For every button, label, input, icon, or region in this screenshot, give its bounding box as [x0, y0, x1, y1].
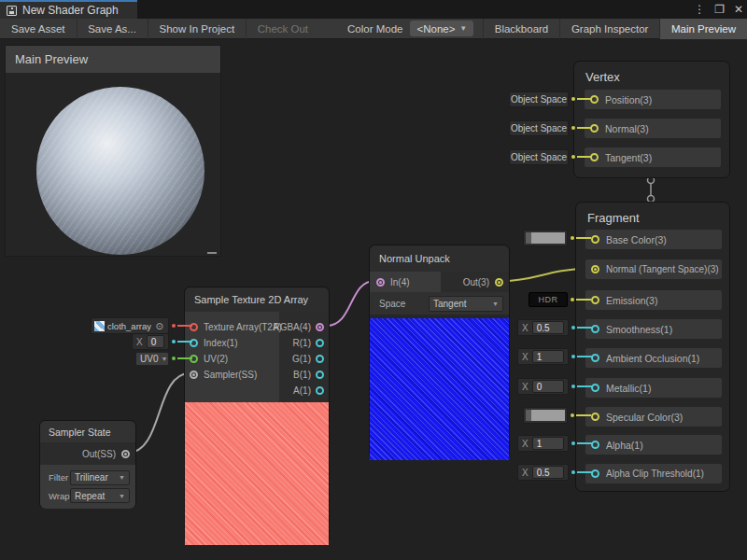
in-port[interactable] [376, 278, 385, 287]
vertex-node-title: Vertex [574, 62, 729, 84]
space-dropdown[interactable]: Tangent ▼ [429, 296, 503, 312]
value-input[interactable]: 0.5 [532, 466, 564, 479]
texture-object-field[interactable]: cloth_array ⊙ [91, 317, 169, 334]
preview-sphere [36, 87, 204, 255]
value-input[interactable]: 0.5 [532, 321, 564, 334]
hdr-label: HDR [539, 295, 558, 304]
out-ss-port[interactable] [121, 450, 130, 458]
main-preview-button[interactable]: Main Preview [660, 19, 747, 39]
emission-port[interactable] [591, 296, 599, 304]
normal-tangent-port[interactable] [591, 265, 599, 273]
input-label: UV(2) [204, 354, 228, 364]
slot-emission: Emission(3) [585, 290, 722, 310]
specular-color-port[interactable] [591, 413, 599, 421]
input-label: Sampler(SS) [204, 370, 257, 380]
connector-stub [576, 414, 591, 416]
close-icon[interactable]: ✕ [734, 4, 743, 15]
node-normal-unpack[interactable]: Normal Unpack In(4) Out(3) Space Tangent… [369, 245, 510, 459]
slot-position: Position(3) [585, 90, 721, 109]
slot-label: Smoothness(1) [606, 324, 672, 335]
node-sampler-state[interactable]: Sampler State Out(SS) Filter Trilinear ▼… [39, 420, 136, 509]
float-field[interactable]: X 0 [132, 333, 169, 350]
output-rgba: RGBA(4) [273, 319, 324, 334]
connector-dot [571, 97, 575, 101]
filter-value: Trilinear [75, 472, 108, 483]
float-field[interactable]: X1 [517, 435, 569, 452]
float-field[interactable]: X0.5 [517, 464, 569, 481]
texture-name: cloth_array [107, 321, 151, 331]
specular-color-widget [523, 407, 591, 424]
value-input[interactable]: 1 [532, 437, 564, 450]
ambient-occlusion-port[interactable] [591, 354, 599, 362]
value-input[interactable]: 0 [147, 335, 164, 348]
a-port[interactable] [316, 386, 324, 395]
out-port[interactable] [495, 278, 503, 287]
float-field[interactable]: X0 [517, 378, 569, 395]
base-color-port[interactable] [591, 235, 599, 244]
check-out-button: Check Out [247, 19, 319, 39]
uv-channel-value: UV0 [140, 354, 158, 364]
r-port[interactable] [316, 339, 324, 347]
filter-dropdown[interactable]: Trilinear ▼ [70, 470, 130, 485]
slot-specular-color: Specular Color(3) [585, 407, 722, 427]
float-field[interactable]: X1 [517, 348, 569, 365]
color-mode-label: Color Mode [319, 23, 410, 35]
space-label: Space [379, 299, 405, 309]
value-input[interactable]: 0 [532, 380, 564, 393]
g-port[interactable] [316, 355, 324, 363]
metallic-port[interactable] [591, 384, 599, 392]
slot-label: Position(3) [605, 94, 652, 105]
main-preview-header[interactable]: Main Preview [6, 46, 220, 73]
connector-stub [577, 127, 592, 129]
alpha-port[interactable] [591, 441, 599, 449]
rgba-port[interactable] [316, 323, 324, 331]
tab-new-shader-graph[interactable]: New Shader Graph [0, 0, 137, 19]
b-port[interactable] [316, 371, 324, 379]
smoothness-port[interactable] [591, 325, 599, 333]
chevron-down-icon: ▼ [119, 474, 125, 481]
connector-dot [172, 357, 176, 360]
slot-label: Tangent(3) [605, 152, 652, 163]
sample-node-title: Sample Texture 2D Array [185, 287, 329, 312]
color-mode-dropdown[interactable]: <None> ▼ [410, 21, 473, 36]
menu-icon[interactable]: ⋮ [694, 4, 705, 15]
graph-inspector-button[interactable]: Graph Inspector [560, 19, 659, 39]
node-fragment[interactable]: Fragment Base Color(3) Normal (Tangent S… [575, 202, 730, 492]
filter-row: Filter Trilinear ▼ [49, 470, 130, 485]
uv-widget: UV0 ▼ [135, 350, 192, 367]
color-swatch[interactable] [523, 407, 568, 424]
save-asset-button[interactable]: Save Asset [0, 19, 77, 39]
object-picker-icon[interactable]: ⊙ [156, 321, 163, 331]
sampler-port[interactable] [190, 371, 198, 379]
save-as-button[interactable]: Save As... [77, 19, 148, 39]
node-vertex[interactable]: Vertex Position(3) Normal(3) Tangent(3) [573, 61, 730, 178]
maximize-icon[interactable]: ❐ [714, 4, 725, 15]
connector-stub [177, 341, 192, 343]
uv-channel-dropdown[interactable]: UV0 ▼ [135, 352, 169, 366]
edge-rgba-to-in[interactable] [327, 281, 374, 326]
hdr-color-swatch[interactable]: HDR [529, 292, 568, 307]
slot-label: Specular Color(3) [606, 412, 683, 423]
graph-canvas[interactable]: Main Preview Vertex Position(3) Normal(3… [0, 39, 747, 560]
object-space-dropdown[interactable]: Object Space [509, 120, 569, 136]
float-field[interactable]: X0.5 [517, 319, 569, 336]
tangent-space-widget: Object Space [509, 148, 592, 165]
connector-stub [577, 442, 592, 444]
preview-resize-handle[interactable] [207, 252, 217, 254]
edge-samplerstate-to-sampler[interactable] [128, 373, 190, 453]
alpha-clip-threshold-port[interactable] [591, 469, 599, 478]
object-space-dropdown[interactable]: Object Space [509, 149, 569, 165]
value-input[interactable]: 1 [532, 350, 564, 363]
show-in-project-button[interactable]: Show In Project [148, 19, 247, 39]
object-space-dropdown[interactable]: Object Space [509, 91, 569, 107]
wrap-dropdown[interactable]: Repeat ▼ [70, 488, 130, 503]
slot-base-color: Base Color(3) [585, 230, 722, 249]
color-swatch[interactable] [523, 230, 568, 246]
output-out-ss: Out(SS) [40, 442, 135, 465]
connector-stub [577, 385, 592, 387]
connector-dot [571, 470, 575, 474]
node-sample-texture-2d-array[interactable]: Sample Texture 2D Array Texture Array(T2… [184, 287, 330, 544]
blackboard-button[interactable]: Blackboard [484, 19, 560, 39]
output-label: RGBA(4) [273, 322, 311, 332]
connector-dot [571, 155, 575, 159]
